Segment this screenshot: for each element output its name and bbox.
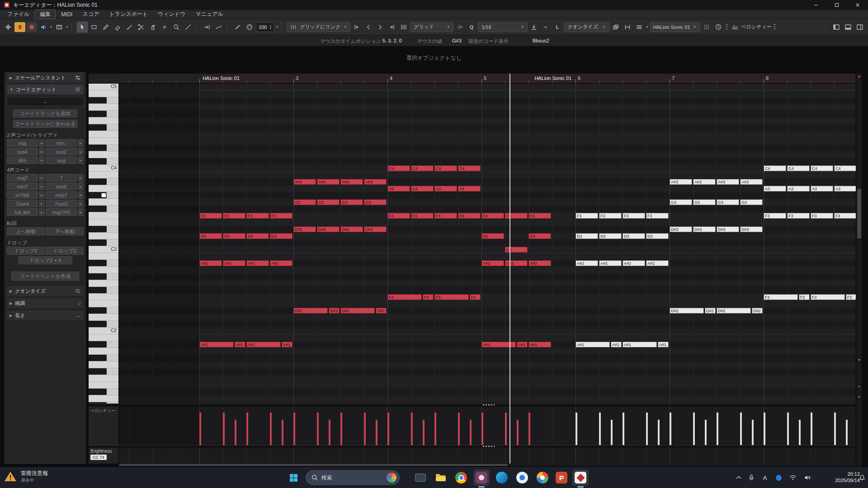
midi-note-D#3[interactable]: D#3	[693, 226, 716, 232]
piano-key-D4[interactable]	[89, 151, 118, 158]
acoustic-feedback-icon[interactable]	[38, 22, 49, 33]
piano-key-F#4[interactable]	[89, 124, 118, 131]
section-length[interactable]: ▶ 長さ ↔	[7, 310, 84, 320]
velocity-bar[interactable]	[364, 413, 366, 445]
midi-note-D3[interactable]: D3	[223, 233, 245, 239]
midi-note-A#3[interactable]: A#3	[740, 179, 763, 185]
midi-note-F3[interactable]: F3	[787, 213, 810, 219]
midi-note-D#2[interactable]: D#2	[752, 308, 763, 314]
chord-submenu-arrow-icon[interactable]: ▶	[39, 208, 45, 216]
midi-note-C4[interactable]: C4	[411, 165, 434, 171]
wifi-icon[interactable]	[788, 467, 798, 488]
velocity-bar[interactable]	[199, 413, 201, 445]
chord-submenu-arrow-icon[interactable]: ▶	[78, 148, 84, 155]
menu-item-3[interactable]: MIDI	[57, 11, 77, 18]
piano-key-C#2[interactable]	[89, 321, 118, 328]
menu-item-2[interactable]: 編集	[35, 9, 56, 19]
piano-key-D#1[interactable]	[89, 389, 118, 395]
midi-note-G3[interactable]: G3	[293, 199, 316, 205]
velocity-bar[interactable]	[787, 413, 789, 445]
midi-note-A#1[interactable]: A#1	[611, 342, 622, 347]
chord-button[interactable]: aug	[46, 156, 77, 164]
piano-key-D2[interactable]	[89, 314, 118, 321]
velocity-bar[interactable]	[670, 413, 671, 445]
midi-note-A#2[interactable]: A#2	[528, 260, 551, 266]
piano-key-G#2[interactable]	[89, 273, 118, 280]
midi-note-A#1[interactable]: A#1	[658, 342, 669, 347]
piano-key-F3[interactable]	[89, 212, 118, 219]
browser-app-icon[interactable]	[534, 469, 551, 486]
record-in-editor-button[interactable]	[26, 22, 37, 32]
midi-note-A#1[interactable]: A#1	[282, 342, 292, 347]
chord-submenu-arrow-icon[interactable]: ▶	[78, 174, 84, 182]
event-colors-icon[interactable]	[701, 22, 712, 33]
piano-key-C2[interactable]: C2	[89, 328, 118, 334]
piano-key-B3[interactable]	[89, 172, 118, 178]
velocity-bar[interactable]	[576, 413, 577, 445]
midi-input-icon[interactable]	[244, 22, 255, 33]
midi-note-F2[interactable]: F2	[799, 294, 810, 300]
midi-note-A#3[interactable]: A#3	[340, 179, 363, 185]
menu-item-4[interactable]: スコア	[78, 10, 104, 19]
midi-note-F3[interactable]: F3	[223, 213, 245, 219]
note-grid[interactable]: F3F3F3F3F3F3F3F3F3F3F3D3D3D3D3D3D3A#2A#2…	[119, 84, 856, 404]
midi-note-F3[interactable]: F3	[199, 213, 222, 219]
velocity-bar[interactable]	[693, 413, 695, 445]
velocity-bar[interactable]	[717, 413, 718, 445]
midi-note-F2[interactable]: F2	[811, 294, 845, 300]
midi-note-F2[interactable]: F2	[764, 294, 798, 300]
velocity-bar[interactable]	[846, 420, 848, 445]
chord-submenu-arrow-icon[interactable]: ▶	[78, 139, 84, 147]
quantize-q-icon[interactable]: Q	[466, 22, 477, 33]
line-tool[interactable]	[183, 22, 193, 33]
piano-key-C5[interactable]: C5	[89, 84, 118, 90]
midi-note-A#3[interactable]: A#3	[670, 179, 692, 185]
midi-note-D#2[interactable]: D#2	[376, 308, 387, 314]
piano-key-G3[interactable]	[89, 199, 118, 206]
piano-key-G4[interactable]	[89, 117, 118, 124]
piano-key-F2[interactable]	[89, 294, 118, 300]
chrome-icon[interactable]	[453, 469, 469, 486]
chord-button[interactable]: 7	[46, 174, 77, 182]
toolbar-handle-icon[interactable]	[726, 24, 727, 30]
midi-note-D3[interactable]: D3	[599, 233, 622, 239]
inversion-button[interactable]: 下へ移動	[46, 227, 84, 235]
piano-key-G1[interactable]	[89, 361, 118, 368]
midi-note-A#1[interactable]: A#1	[528, 342, 551, 347]
midi-note-D#3[interactable]: D#3	[670, 226, 692, 232]
midi-note-A#3[interactable]: A#3	[693, 179, 716, 185]
piano-key-A#4[interactable]	[89, 97, 118, 104]
pitch-display-icon[interactable]	[54, 22, 65, 33]
velocity-bar[interactable]	[340, 413, 342, 445]
grid-type-icon[interactable]	[398, 22, 409, 33]
chord-submenu-arrow-icon[interactable]: ▶	[39, 200, 45, 207]
cubase-icon[interactable]	[572, 469, 589, 486]
piano-key-A#2[interactable]	[89, 260, 118, 267]
chord-button[interactable]: m7/b5	[7, 191, 38, 199]
piano-key-A#3[interactable]	[89, 178, 118, 185]
midi-note-D3[interactable]: D3	[646, 233, 669, 239]
midi-note-A#2[interactable]: A#2	[199, 260, 222, 266]
midi-note-A#2[interactable]: A#2	[481, 260, 504, 266]
midi-note-A#3[interactable]: A#3	[317, 179, 340, 185]
maximize-button[interactable]	[826, 0, 847, 10]
midi-note-D3[interactable]: D3	[528, 233, 551, 239]
nudge-right-icon[interactable]	[375, 22, 386, 33]
match-chord-track-button[interactable]: コードトラックに合わせる	[13, 120, 77, 128]
timeline-ruler[interactable]: 345678HALion Sonic 01HALion Sonic 01	[119, 74, 856, 84]
object-selection-tool[interactable]	[77, 22, 88, 33]
toolbar-handle-icon[interactable]	[774, 24, 775, 30]
midi-note-G3[interactable]: G3	[317, 199, 340, 205]
chord-submenu-arrow-icon[interactable]: ▶	[39, 139, 45, 147]
chord-submenu-arrow-icon[interactable]: ▶	[78, 156, 84, 164]
midi-note-G3[interactable]: G3	[364, 199, 387, 205]
midi-note-F3[interactable]: F3	[246, 213, 269, 219]
zoom-in-icon[interactable]: +	[856, 394, 862, 399]
lane-resize-handle[interactable]	[483, 404, 495, 405]
left-zone-toggle-icon[interactable]	[831, 22, 842, 33]
inversion-button[interactable]: 上へ移動	[7, 227, 45, 235]
add-chord-track-button[interactable]: コードトラックを追加	[13, 109, 77, 117]
piano-key-B2[interactable]	[89, 253, 118, 260]
midi-note-C4[interactable]: C4	[434, 165, 457, 171]
midi-note-F3[interactable]: F3	[411, 213, 434, 219]
